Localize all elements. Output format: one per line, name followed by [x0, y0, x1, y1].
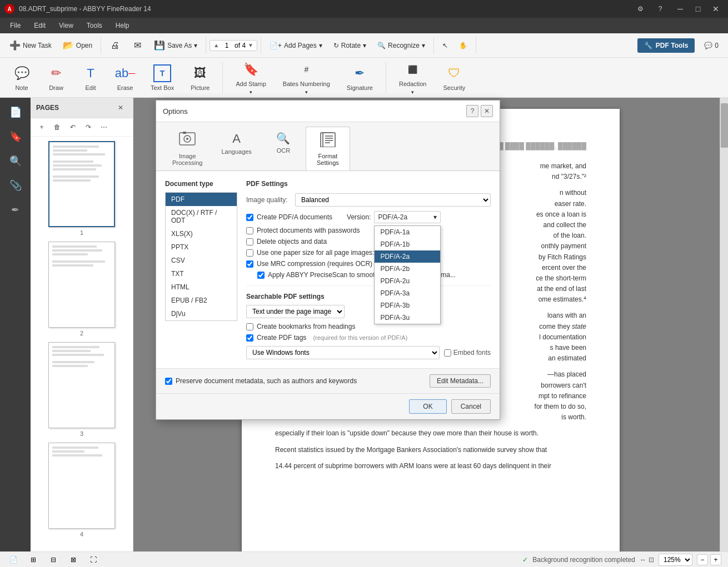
page-thumbnail-3[interactable]: 3 — [35, 342, 128, 437]
doc-type-pdf[interactable]: PDF — [166, 193, 237, 206]
doc-type-docx[interactable]: DOC(X) / RTF / ODT — [166, 206, 237, 227]
searchable-mode-select[interactable]: Text under the page image Text over the … — [246, 305, 345, 318]
minimize-button[interactable]: ─ — [672, 3, 688, 14]
draw-tool-button[interactable]: ✏ Draw — [41, 61, 71, 95]
font-mode-select[interactable]: Use Windows fonts Use document fonts Emb… — [246, 346, 440, 359]
close-button[interactable]: ✕ — [708, 3, 724, 14]
chat-button[interactable]: 💬 0 — [699, 39, 724, 52]
protect-passwords-checkbox[interactable] — [246, 227, 253, 234]
redaction-button[interactable]: ⬛ Redaction ▾ — [393, 57, 433, 99]
version-option-2u[interactable]: PDF/A-2u — [375, 275, 440, 287]
doc-type-pptx[interactable]: PPTX — [166, 240, 237, 254]
zoom-in-button[interactable]: + — [710, 554, 721, 565]
edit-tool-button[interactable]: T Edit — [76, 61, 106, 95]
menu-tools[interactable]: Tools — [81, 19, 108, 32]
pages-toolbar-add-icon[interactable]: + — [35, 121, 48, 134]
rotate-button[interactable]: ↻ Rotate ▾ — [328, 39, 371, 52]
open-button[interactable]: 📂 Open — [58, 37, 97, 54]
scrollbar-thumb[interactable] — [721, 103, 728, 148]
pages-toolbar-more-icon[interactable]: ⋯ — [97, 121, 111, 134]
zoom-out-button[interactable]: − — [697, 554, 708, 565]
pages-toolbar-delete-icon[interactable]: 🗑 — [51, 121, 64, 134]
create-pdfa-checkbox[interactable] — [246, 214, 253, 221]
cancel-button[interactable]: Cancel — [451, 399, 491, 414]
pan-tool-button[interactable]: ✋ — [454, 39, 472, 52]
textbox-tool-button[interactable]: T Text Box — [144, 61, 180, 95]
version-option-1b[interactable]: PDF/A-1b — [375, 238, 440, 250]
one-paper-size-checkbox[interactable] — [246, 249, 253, 257]
settings-icon[interactable]: ⚙ — [632, 1, 648, 17]
page-prev-button[interactable]: ▲ — [213, 42, 219, 48]
status-full-screen-btn[interactable]: ⛶ — [87, 553, 100, 566]
sidebar-search-icon[interactable]: 🔍 — [6, 151, 26, 171]
status-grid-view-btn[interactable]: ⊞ — [27, 553, 40, 566]
ok-button[interactable]: OK — [409, 399, 446, 414]
edit-metadata-button[interactable]: Edit Metadata... — [430, 374, 491, 388]
create-pdf-tags-checkbox[interactable] — [246, 334, 253, 342]
menu-edit[interactable]: Edit — [28, 19, 51, 32]
precise-scan-checkbox[interactable] — [257, 272, 265, 279]
pdf-tools-button[interactable]: 🔧 PDF Tools — [637, 38, 695, 53]
status-fit-btn[interactable]: ⊠ — [67, 553, 80, 566]
menu-help[interactable]: Help — [110, 19, 135, 32]
sidebar-bookmark-icon[interactable]: 🔖 — [6, 127, 26, 147]
doc-type-html[interactable]: HTML — [166, 280, 237, 294]
select-tool-button[interactable]: ↖ — [437, 39, 453, 52]
preserve-metadata-checkbox[interactable] — [165, 378, 172, 385]
signature-button[interactable]: ✒ Signature — [341, 61, 379, 95]
create-bookmarks-checkbox[interactable] — [246, 323, 253, 330]
doc-type-txt[interactable]: TXT — [166, 267, 237, 280]
dialog-close-button[interactable]: ✕ — [481, 105, 493, 117]
sidebar-signature-panel-icon[interactable]: ✒ — [6, 200, 26, 220]
page-thumbnail-1[interactable]: 1 — [35, 141, 128, 236]
add-stamp-button[interactable]: 🔖 Add Stamp ▾ — [230, 57, 272, 99]
sidebar-attachment-icon[interactable]: 📎 — [6, 175, 26, 195]
status-two-page-btn[interactable]: ⊟ — [47, 553, 60, 566]
version-option-3u[interactable]: PDF/A-3u — [375, 312, 440, 324]
help-icon[interactable]: ? — [652, 1, 668, 17]
tab-image-processing[interactable]: ImageProcessing — [163, 127, 212, 170]
erase-tool-button[interactable]: ab— Erase — [110, 61, 140, 95]
doc-type-csv[interactable]: CSV — [166, 254, 237, 267]
save-as-button[interactable]: 💾 Save As ▾ — [149, 37, 202, 54]
sidebar-pages-icon[interactable]: 📄 — [6, 102, 26, 122]
pages-toolbar-rotate-right-icon[interactable]: ↷ — [82, 121, 95, 134]
security-button[interactable]: 🛡 Security — [437, 61, 472, 95]
note-tool-button[interactable]: 💬 Note — [7, 61, 37, 95]
bates-numbering-button[interactable]: # Bates Numbering ▾ — [277, 57, 336, 99]
version-option-2b[interactable]: PDF/A-2b — [375, 263, 440, 275]
picture-tool-button[interactable]: 🖼 Picture — [185, 61, 216, 95]
menu-file[interactable]: File — [4, 19, 26, 32]
recognize-button[interactable]: 🔍 Recognize ▾ — [372, 39, 430, 52]
status-page-view-btn[interactable]: 📄 — [7, 553, 20, 566]
page-thumbnail-2[interactable]: 2 — [35, 242, 128, 337]
version-option-2a[interactable]: PDF/A-2a — [375, 250, 440, 263]
new-task-button[interactable]: ➕ New Task — [4, 37, 57, 54]
doc-type-epub[interactable]: EPUB / FB2 — [166, 294, 237, 307]
page-thumbnail-4[interactable]: 4 — [35, 443, 128, 538]
vertical-scrollbar[interactable] — [720, 98, 728, 551]
version-option-1a[interactable]: PDF/A-1a — [375, 226, 440, 238]
doc-type-xlsx[interactable]: XLS(X) — [166, 227, 237, 240]
tab-format-settings[interactable]: FormatSettings — [306, 127, 350, 170]
version-select-box[interactable]: PDF/A-2a ▾ — [374, 211, 441, 223]
delete-objects-checkbox[interactable] — [246, 238, 253, 245]
page-number-input[interactable] — [221, 42, 232, 49]
tab-languages[interactable]: A Languages — [212, 127, 261, 170]
version-option-3a[interactable]: PDF/A-3a — [375, 287, 440, 299]
close-pages-panel-button[interactable]: ✕ — [114, 101, 127, 114]
pages-toolbar-rotate-left-icon[interactable]: ↶ — [66, 121, 79, 134]
version-option-3b[interactable]: PDF/A-3b — [375, 299, 440, 312]
email-button[interactable]: ✉ — [127, 37, 148, 54]
print-button[interactable]: 🖨 — [104, 37, 126, 54]
mrc-compression-checkbox[interactable] — [246, 260, 253, 268]
doc-type-djvu[interactable]: DjVu — [166, 307, 237, 320]
tab-ocr[interactable]: 🔍 OCR — [261, 127, 306, 170]
maximize-button[interactable]: □ — [690, 3, 706, 14]
page-next-button[interactable]: ▼ — [248, 42, 253, 48]
menu-view[interactable]: View — [53, 19, 79, 32]
add-pages-button[interactable]: 📄+ Add Pages ▾ — [265, 39, 327, 52]
zoom-select[interactable]: 125% 100% 75% 150% — [659, 554, 692, 566]
embed-fonts-checkbox[interactable] — [444, 349, 451, 357]
dialog-help-button[interactable]: ? — [466, 105, 478, 117]
